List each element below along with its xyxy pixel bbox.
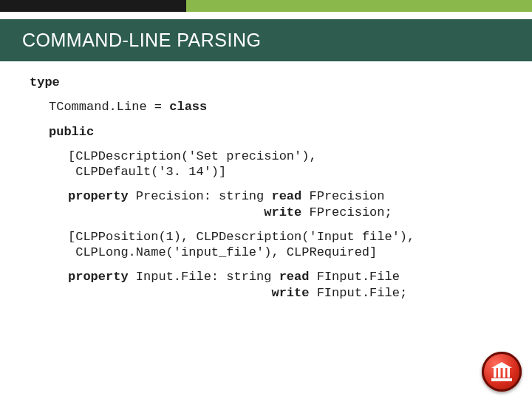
prop-precision-end: FPrecision; — [301, 205, 392, 219]
kw-public: public — [49, 125, 94, 139]
slide-title: COMMAND-LINE PARSING — [22, 30, 510, 51]
kw-read-2: read — [279, 270, 310, 284]
kw-write-1: write — [264, 205, 301, 219]
kw-type: type — [30, 75, 60, 89]
kw-property-1: property — [68, 189, 129, 203]
kw-write-2: write — [271, 286, 309, 300]
badge-icon — [482, 352, 522, 392]
kw-property-2: property — [68, 270, 129, 284]
title-bar: COMMAND-LINE PARSING — [0, 19, 532, 61]
building-icon — [491, 361, 513, 382]
svg-rect-4 — [508, 368, 511, 378]
svg-rect-5 — [491, 378, 512, 381]
svg-rect-3 — [503, 368, 506, 378]
svg-rect-2 — [498, 368, 501, 378]
accent-bars — [0, 0, 532, 12]
kw-class: class — [169, 100, 207, 114]
svg-marker-0 — [491, 362, 512, 368]
prop-precision-mid: Precision: string — [129, 189, 272, 203]
kw-read-1: read — [271, 189, 301, 203]
accent-bar-green — [186, 0, 532, 12]
prop-inputfile-mid: Input.File: string — [129, 270, 279, 284]
attr-precision: [CLPDescription('Set precision'), CLPDef… — [68, 149, 317, 179]
decl-class-name: TCommand.Line = — [49, 100, 169, 114]
accent-bar-dark — [0, 0, 186, 12]
attr-inputfile: [CLPPosition(1), CLPDescription('Input f… — [68, 230, 415, 259]
svg-rect-1 — [494, 368, 497, 378]
code-block: type TCommand.Line = class public [CLPDe… — [0, 61, 532, 301]
prop-inputfile-end: FInput.File; — [309, 286, 407, 300]
